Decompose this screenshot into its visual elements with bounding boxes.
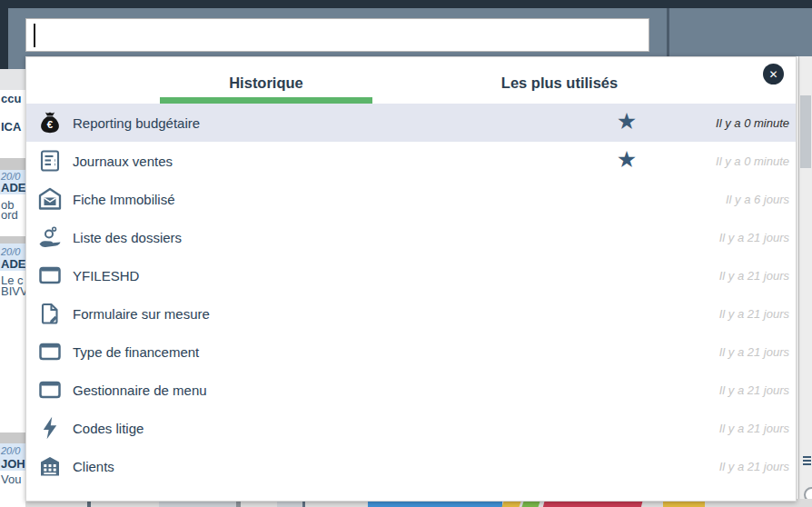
lightning-icon xyxy=(37,415,63,441)
vertical-scrollbar-thumb[interactable] xyxy=(800,95,811,168)
active-tab-indicator xyxy=(160,97,372,104)
item-label: Clients xyxy=(73,459,114,474)
list-item[interactable]: Journaux ventes★Il y a 0 minute xyxy=(26,142,796,180)
building-icon xyxy=(37,453,63,479)
text-fragment: ICA xyxy=(1,120,21,134)
item-timestamp: Il y a 0 minute xyxy=(716,154,796,168)
text-fragment: ccu xyxy=(1,92,21,105)
app-left-edge xyxy=(0,0,8,69)
list-item[interactable]: €Reporting budgétaire★Il y a 0 minute xyxy=(26,104,796,142)
item-label: Gestionnaire de menu xyxy=(73,383,207,398)
text-fragment: 20/0 xyxy=(1,445,20,456)
item-label: Journaux ventes xyxy=(73,154,173,169)
item-label: Type de financement xyxy=(73,344,199,360)
window-icon xyxy=(37,339,63,364)
list-item[interactable]: Type de financementIl y a 21 jours xyxy=(26,333,796,371)
item-label: Formulaire sur mesure xyxy=(73,306,210,322)
menu-icon xyxy=(803,456,811,467)
item-label: Fiche Immobilisé xyxy=(73,192,175,207)
list-item[interactable]: Formulaire sur mesureIl y a 21 jours xyxy=(26,294,796,333)
window-icon xyxy=(37,263,63,288)
sales-journal-icon xyxy=(37,148,63,174)
item-timestamp: Il y a 21 jours xyxy=(719,383,796,397)
list-item[interactable]: Fiche ImmobiliséIl y a 6 jours xyxy=(26,180,796,218)
svg-text:€: € xyxy=(47,119,54,130)
text-fragment: JOH xyxy=(1,457,25,471)
item-label: Reporting budgétaire xyxy=(73,115,200,131)
tab-les-plus-utilises[interactable]: Les plus utilisés xyxy=(453,57,666,97)
app-top-bar xyxy=(0,0,812,8)
divider-fragment xyxy=(0,158,25,170)
favorite-star-icon[interactable]: ★ xyxy=(613,108,640,134)
window-icon xyxy=(37,377,63,403)
list-item[interactable]: ClientsIl y a 21 jours xyxy=(26,447,796,485)
form-pencil-icon xyxy=(37,301,63,326)
favorite-star-icon[interactable]: ★ xyxy=(613,146,640,173)
item-label: Codes litige xyxy=(73,421,144,436)
item-timestamp: Il y a 0 minute xyxy=(716,116,796,130)
tab-bar: Historique Les plus utilisés ✕ xyxy=(26,57,796,104)
hand-coins-icon xyxy=(37,224,63,250)
list-item[interactable]: Gestionnaire de menuIl y a 21 jours xyxy=(26,371,796,409)
list-item[interactable]: Liste des dossiersIl y a 21 jours xyxy=(26,218,796,256)
text-fragment: ord xyxy=(1,208,18,222)
item-timestamp: Il y a 21 jours xyxy=(719,307,796,321)
text-fragment: ADE xyxy=(1,257,25,271)
item-timestamp: Il y a 6 jours xyxy=(726,193,796,206)
house-envelope-icon xyxy=(37,186,63,212)
item-timestamp: Il y a 21 jours xyxy=(719,460,796,473)
text-fragment: Vou xyxy=(1,472,21,486)
item-timestamp: Il y a 21 jours xyxy=(719,345,796,359)
item-timestamp: Il y a 21 jours xyxy=(719,422,796,435)
history-list: €Reporting budgétaire★Il y a 0 minuteJou… xyxy=(26,104,796,485)
close-icon[interactable]: ✕ xyxy=(763,64,784,84)
item-label: YFILESHD xyxy=(73,268,139,283)
tab-historique[interactable]: Historique xyxy=(160,57,372,97)
occluded-page-left-strip: ccu ICA 20/0 ADE ob ord 20/0 ADE Le c BI… xyxy=(0,90,25,507)
item-label: Liste des dossiers xyxy=(73,230,182,245)
item-timestamp: Il y a 21 jours xyxy=(719,269,796,283)
background-tab-fragment xyxy=(0,69,25,90)
list-item[interactable]: YFILESHDIl y a 21 jours xyxy=(26,256,796,294)
divider-fragment xyxy=(0,432,25,443)
list-item[interactable]: Codes litigeIl y a 21 jours xyxy=(26,409,796,447)
header-divider-line xyxy=(667,8,669,56)
text-fragment: 20/0 xyxy=(1,246,20,257)
item-timestamp: Il y a 21 jours xyxy=(719,231,796,244)
text-fragment: BIVV xyxy=(1,284,25,298)
text-cursor xyxy=(34,24,35,47)
money-bag-euro-icon: € xyxy=(37,110,63,135)
app-header-band-left xyxy=(8,56,25,69)
global-search-input[interactable] xyxy=(25,18,649,52)
search-results-panel: Historique Les plus utilisés ✕ €Reportin… xyxy=(25,56,797,502)
text-fragment: ADE xyxy=(1,181,25,194)
